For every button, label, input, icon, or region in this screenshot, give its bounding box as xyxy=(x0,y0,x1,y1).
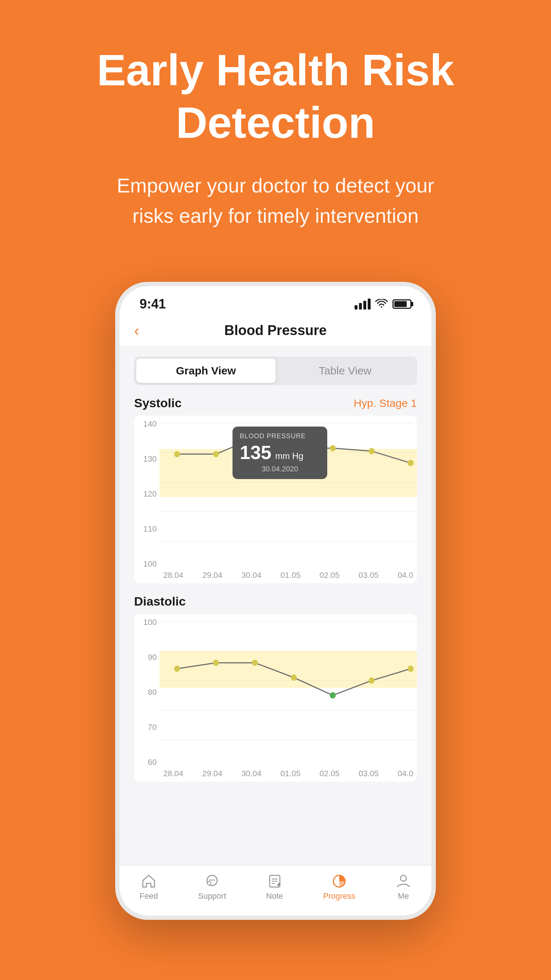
support-label: Support xyxy=(198,891,226,901)
systolic-label: Systolic xyxy=(134,396,181,410)
svg-rect-19 xyxy=(160,651,417,687)
svg-point-11 xyxy=(330,445,335,451)
home-icon xyxy=(141,873,157,889)
nav-item-progress[interactable]: Progress xyxy=(323,873,355,901)
svg-point-37 xyxy=(400,875,407,881)
nav-item-note[interactable]: Note xyxy=(266,873,283,901)
phone: 9:41 xyxy=(115,282,436,920)
diastolic-chart-svg xyxy=(160,614,417,765)
tooltip-date: 30.04.2020 xyxy=(240,465,320,473)
progress-label: Progress xyxy=(323,891,355,901)
systolic-status[interactable]: Hyp. Stage 1 xyxy=(354,397,417,409)
diastolic-section: Diastolic 100 90 80 70 60 xyxy=(119,590,432,782)
svg-point-6 xyxy=(174,451,179,457)
svg-point-24 xyxy=(330,692,335,698)
systolic-chart: 140 130 120 110 100 xyxy=(134,415,417,583)
hero-subtitle: Empower your doctor to detect your risks… xyxy=(111,170,440,231)
status-bar: 9:41 xyxy=(119,286,432,315)
note-icon xyxy=(267,873,283,889)
diastolic-chart: 100 90 80 70 60 xyxy=(134,614,417,782)
progress-icon xyxy=(331,873,347,889)
svg-point-30 xyxy=(211,880,213,881)
systolic-x-labels: 28.04 29.04 30.04 01.05 02.05 03.05 04.0 xyxy=(160,567,417,583)
status-icons xyxy=(354,299,411,310)
diastolic-y-labels: 100 90 80 70 60 xyxy=(134,614,160,767)
chat-icon xyxy=(204,873,220,889)
nav-item-feed[interactable]: Feed xyxy=(140,873,158,901)
svg-point-31 xyxy=(214,880,215,881)
svg-point-26 xyxy=(408,666,413,671)
svg-point-22 xyxy=(252,660,258,666)
page-title: Blood Pressure xyxy=(224,323,327,338)
svg-point-25 xyxy=(369,678,374,684)
systolic-y-labels: 140 130 120 110 100 xyxy=(134,415,160,569)
nav-bar: ‹ Blood Pressure xyxy=(119,315,432,345)
tab-table-view[interactable]: Table View xyxy=(275,359,415,383)
wifi-icon xyxy=(375,299,388,309)
svg-point-21 xyxy=(213,660,219,666)
tab-switcher: Graph View Table View xyxy=(134,356,417,385)
tooltip-label: BLOOD PRESSURE xyxy=(240,433,320,440)
blood-pressure-tooltip: BLOOD PRESSURE 135 mm Hg 30.04.2020 xyxy=(232,426,327,479)
tooltip-value: 135 xyxy=(240,442,272,463)
hero-section: Early Health Risk Detection Empower your… xyxy=(0,0,551,253)
tab-graph-view[interactable]: Graph View xyxy=(136,359,275,383)
diastolic-label: Diastolic xyxy=(134,594,186,608)
nav-item-support[interactable]: Support xyxy=(198,873,226,901)
systolic-section: Systolic Hyp. Stage 1 140 130 120 110 10… xyxy=(119,392,432,583)
note-label: Note xyxy=(266,891,283,901)
nav-item-me[interactable]: Me xyxy=(395,873,411,901)
hero-title: Early Health Risk Detection xyxy=(29,44,522,149)
svg-point-20 xyxy=(174,666,179,671)
back-button[interactable]: ‹ xyxy=(134,322,139,339)
me-label: Me xyxy=(398,891,409,901)
feed-label: Feed xyxy=(140,891,158,901)
svg-point-13 xyxy=(408,460,413,466)
svg-point-12 xyxy=(369,448,374,454)
svg-point-23 xyxy=(291,675,297,680)
svg-point-29 xyxy=(209,880,211,881)
phone-container: 9:41 xyxy=(0,282,551,920)
diastolic-x-labels: 28.04 29.04 30.04 01.05 02.05 03.05 04.0 xyxy=(160,765,417,782)
person-icon xyxy=(395,873,411,889)
svg-point-28 xyxy=(207,881,211,885)
tooltip-unit: mm Hg xyxy=(275,451,303,461)
status-time: 9:41 xyxy=(140,296,166,312)
svg-point-7 xyxy=(213,451,219,457)
bottom-nav: Feed Support xyxy=(119,865,432,915)
battery-icon xyxy=(392,299,411,309)
signal-icon xyxy=(354,299,371,310)
